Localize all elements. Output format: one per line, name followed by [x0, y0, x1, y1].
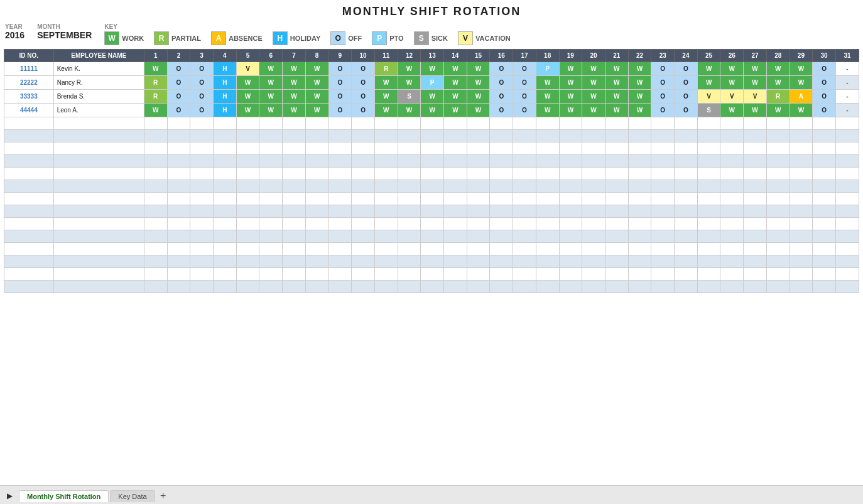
- cell-day-10: O: [352, 90, 375, 104]
- main-content: MONTHLY SHIFT ROTATION YEAR 2016 MONTH S…: [0, 0, 863, 485]
- cell-day-1: W: [144, 62, 167, 76]
- empty-cell-day-17: [513, 155, 536, 168]
- empty-cell-day-8: [305, 155, 328, 168]
- empty-cell-day-18: [536, 218, 559, 230]
- empty-cell-day-25: [697, 180, 720, 193]
- empty-cell-day-19: [559, 243, 582, 255]
- cell-day-18: W: [536, 104, 559, 117]
- empty-cell-day-31: [835, 193, 859, 205]
- empty-cell-day-17: [513, 168, 536, 180]
- cell-day-1: R: [144, 76, 167, 90]
- empty-cell-day-7: [283, 130, 306, 142]
- cell-day-26: V: [720, 90, 744, 104]
- empty-cell-day-21: [605, 130, 628, 142]
- empty-cell-day-28: [766, 117, 790, 130]
- empty-cell-day-24: [675, 180, 698, 193]
- table-wrapper: ID NO.EMPLOYEE NAME123456789101112131415…: [4, 49, 859, 293]
- empty-cell-day-2: [167, 193, 190, 205]
- empty-cell-day-13: [421, 230, 444, 243]
- key-text-s: SICK: [432, 35, 448, 42]
- empty-cell-day-11: [374, 193, 398, 205]
- empty-row: [4, 255, 859, 268]
- key-badge-p: P: [372, 31, 387, 45]
- empty-cell-day-18: [536, 255, 559, 268]
- empty-cell-day-28: [766, 255, 790, 268]
- empty-cell-id: [4, 155, 54, 168]
- tab-0[interactable]: Monthly Shift Rotation: [19, 490, 109, 502]
- col-header-day-6: 6: [259, 50, 283, 62]
- cell-day-31: -: [835, 62, 859, 76]
- empty-cell-day-21: [605, 281, 628, 293]
- empty-cell-day-4: [213, 243, 236, 255]
- col-header-day-31: 31: [835, 50, 859, 62]
- empty-row: [4, 243, 859, 255]
- empty-cell-day-2: [167, 218, 190, 230]
- empty-cell-day-5: [236, 205, 259, 218]
- col-header-day-8: 8: [305, 50, 328, 62]
- empty-cell-day-23: [651, 255, 675, 268]
- empty-cell-day-19: [559, 205, 582, 218]
- empty-cell-day-24: [675, 205, 698, 218]
- cell-day-19: W: [559, 104, 582, 117]
- empty-cell-day-9: [328, 230, 352, 243]
- empty-cell-day-22: [628, 130, 651, 142]
- empty-cell-day-29: [790, 205, 813, 218]
- empty-cell-day-29: [790, 117, 813, 130]
- empty-cell-day-1: [144, 230, 167, 243]
- cell-day-26: W: [720, 62, 744, 76]
- empty-row: [4, 180, 859, 193]
- empty-cell-day-6: [259, 230, 283, 243]
- cell-day-31: -: [835, 104, 859, 117]
- tab-1[interactable]: Key Data: [110, 490, 155, 502]
- empty-cell-day-31: [835, 230, 859, 243]
- cell-day-28: W: [766, 62, 790, 76]
- empty-cell-id: [4, 255, 54, 268]
- empty-cell-day-16: [490, 281, 513, 293]
- empty-cell-day-27: [744, 168, 767, 180]
- empty-cell-day-3: [190, 168, 214, 180]
- empty-cell-day-19: [559, 255, 582, 268]
- empty-cell-day-23: [651, 205, 675, 218]
- empty-cell-day-7: [283, 117, 306, 130]
- cell-day-22: W: [628, 76, 651, 90]
- add-tab-button[interactable]: +: [156, 489, 170, 503]
- empty-cell-day-26: [720, 155, 744, 168]
- empty-cell-day-15: [467, 205, 490, 218]
- empty-cell-day-3: [190, 155, 214, 168]
- empty-cell-day-11: [374, 230, 398, 243]
- empty-cell-name: [53, 268, 144, 281]
- page-title: MONTHLY SHIFT ROTATION: [4, 5, 859, 18]
- cell-day-3: O: [190, 90, 214, 104]
- cell-name: Nancy R.: [53, 76, 144, 90]
- empty-cell-day-17: [513, 281, 536, 293]
- empty-cell-day-18: [536, 193, 559, 205]
- empty-cell-day-21: [605, 268, 628, 281]
- cell-day-25: V: [697, 90, 720, 104]
- empty-cell-day-8: [305, 205, 328, 218]
- empty-cell-day-11: [374, 268, 398, 281]
- cell-day-4: H: [213, 104, 236, 117]
- cell-day-8: W: [305, 62, 328, 76]
- empty-cell-day-25: [697, 268, 720, 281]
- empty-cell-day-10: [352, 243, 375, 255]
- cell-day-7: W: [283, 76, 306, 90]
- play-button[interactable]: ▶: [4, 490, 15, 501]
- empty-cell-day-7: [283, 168, 306, 180]
- empty-cell-day-21: [605, 205, 628, 218]
- empty-cell-day-22: [628, 155, 651, 168]
- empty-cell-day-16: [490, 130, 513, 142]
- empty-cell-day-9: [328, 142, 352, 155]
- empty-cell-day-19: [559, 193, 582, 205]
- empty-cell-day-29: [790, 155, 813, 168]
- cell-day-3: O: [190, 62, 214, 76]
- cell-name: Leon A.: [53, 104, 144, 117]
- empty-cell-day-30: [813, 218, 836, 230]
- empty-cell-day-10: [352, 155, 375, 168]
- cell-day-30: O: [813, 90, 836, 104]
- empty-cell-day-3: [190, 218, 214, 230]
- cell-day-31: -: [835, 90, 859, 104]
- cell-day-17: O: [513, 90, 536, 104]
- cell-day-24: O: [675, 104, 698, 117]
- cell-day-17: O: [513, 76, 536, 90]
- empty-cell-day-9: [328, 130, 352, 142]
